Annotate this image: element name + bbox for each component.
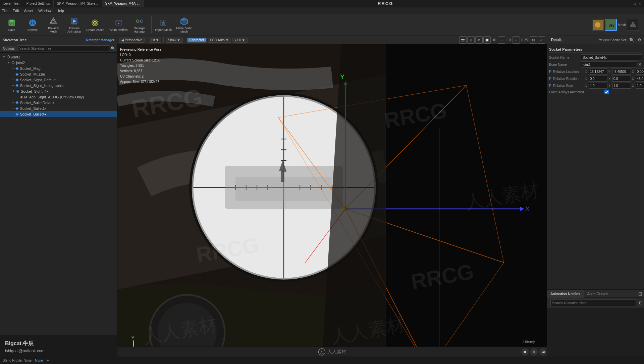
- rel-scale-z-input[interactable]: [636, 83, 644, 89]
- socket-name-input[interactable]: [581, 54, 642, 60]
- rel-scale-x-input[interactable]: [589, 83, 607, 89]
- rel-rot-z-input[interactable]: [636, 76, 644, 82]
- grid-icon[interactable]: ⊞: [467, 36, 475, 44]
- relative-scale-row: P Relative Scale X Y Z: [549, 83, 642, 89]
- tree-item-socket-bullet-1x[interactable]: ─ ◉ Socket_Bullet1x: [0, 105, 117, 111]
- anim-notifies-tab[interactable]: Animation Notifies: [547, 290, 584, 298]
- tree-item-socket-sight-default[interactable]: ─ ◉ Socket_Sight_Default: [0, 77, 117, 83]
- lod-minus[interactable]: ─: [498, 36, 505, 44]
- socket-bullet-4x-label: Socket_Bullet4x: [20, 112, 47, 116]
- details-options-icon[interactable]: ⚙: [638, 38, 641, 42]
- anim-panel-expand[interactable]: ⊡: [637, 291, 644, 297]
- vp-expand[interactable]: ⊡: [530, 36, 537, 44]
- import-mesh-button[interactable]: Import Mesh: [153, 15, 173, 35]
- character-button[interactable]: Character: [187, 38, 207, 43]
- menu-asset[interactable]: Asset: [24, 9, 34, 13]
- lod-auto-label: LOD Auto: [210, 38, 225, 42]
- socket-sight-holo-label: Socket_Sight_Holographic: [20, 84, 64, 88]
- tab-skm-art[interactable]: SKM_Weapon_M4Art...: [102, 0, 144, 7]
- mesh-label: Mesh: [618, 23, 626, 27]
- search-button[interactable]: 🔍: [111, 46, 115, 51]
- rel-loc-z-field: Z: [632, 69, 644, 75]
- pause-button[interactable]: ⏸: [530, 348, 538, 356]
- menu-help[interactable]: Help: [56, 9, 64, 13]
- search-details-icon[interactable]: 🔍: [629, 38, 634, 42]
- tree-item-socket-sight-4x[interactable]: ▼ ◉ Socket_Sight_4x: [0, 88, 117, 94]
- tree-item-joint2[interactable]: ▼ ⬡ joint2: [0, 60, 117, 65]
- lod-chevron: ▼: [225, 38, 229, 42]
- svg-point-25: [136, 20, 139, 22]
- lit-button[interactable]: Lit ▼: [149, 38, 161, 43]
- settings-icon[interactable]: ⚙: [475, 36, 483, 44]
- anim-notifies-button[interactable]: Anim Notifies: [109, 15, 129, 35]
- tab-level-test[interactable]: Level_Test: [0, 0, 23, 7]
- rel-loc-x-input[interactable]: [589, 69, 607, 75]
- camera-icon[interactable]: 📷: [459, 36, 467, 44]
- anim-search-bar: ⊡: [547, 298, 644, 308]
- bone-name-clear-button[interactable]: ✕: [638, 62, 642, 67]
- create-asset-button[interactable]: Create Asset: [85, 15, 105, 35]
- rel-rot-y-input[interactable]: [612, 76, 631, 82]
- menu-file[interactable]: File: [2, 9, 8, 13]
- tree-item-socket-sight-holo[interactable]: ─ ◉ Socket_Sight_Holographic: [0, 83, 117, 88]
- anim-search-icon[interactable]: ⊡: [639, 301, 642, 305]
- close-button[interactable]: ✕: [638, 1, 642, 6]
- rel-rot-x-input[interactable]: [589, 76, 607, 82]
- menu-edit[interactable]: Edit: [13, 9, 19, 13]
- scene-preset-2[interactable]: Sky: [605, 19, 617, 31]
- save-button[interactable]: Save: [2, 15, 22, 35]
- stop-button[interactable]: ⏹: [521, 348, 529, 356]
- tree-item-m-aco[interactable]: ─ ◆ M_Aco_Sight_ACOG [Preview Only]: [0, 94, 117, 100]
- maximize-button[interactable]: □: [632, 1, 637, 6]
- rel-rot-x-field: X: [585, 76, 607, 82]
- create-asset-icon: [90, 18, 100, 28]
- retarget-manager-button[interactable]: Retarget Manager: [129, 15, 150, 35]
- socket-name-row: Socket Name: [549, 54, 642, 60]
- tree-item-socket-bullet-4x[interactable]: ─ ◉ Socket_Bullet4x: [0, 111, 117, 117]
- skeleton-tree: ▼ ⬡ joint1 ▼ ⬡ joint2 ─ ◉ Socket_Mag ─ ◉…: [0, 53, 117, 335]
- preview-animation-button[interactable]: Preview Animation: [64, 15, 84, 35]
- anim-curves-tab[interactable]: Anim Curves: [584, 290, 612, 298]
- fov-icon[interactable]: ○: [513, 36, 520, 44]
- rel-scale-y-input[interactable]: [612, 83, 631, 89]
- make-static-mesh-button[interactable]: Make Static Mesh: [174, 15, 194, 35]
- scene-preset-1[interactable]: [592, 19, 604, 31]
- rel-loc-z-input[interactable]: [636, 69, 644, 75]
- tree-item-joint1[interactable]: ▼ ⬡ joint1: [0, 54, 117, 60]
- menu-window[interactable]: Window: [38, 9, 51, 13]
- rel-loc-y-input[interactable]: [612, 69, 631, 75]
- minimize-button[interactable]: ─: [627, 1, 632, 6]
- bone-name-input[interactable]: [581, 61, 636, 67]
- lit-chevron: ▼: [156, 38, 159, 42]
- blend-chevron-icon[interactable]: ▼: [46, 359, 50, 362]
- anim-content-area: [547, 308, 644, 357]
- tree-item-socket-mag[interactable]: ─ ◉ Socket_Mag: [0, 65, 117, 71]
- snap-icon[interactable]: 🔲: [483, 36, 491, 44]
- rel-scale-z-field: Z: [632, 83, 644, 89]
- viewport[interactable]: Y X X Y Z RRCG RRCG RRCG RRCG 人人素材: [117, 44, 547, 347]
- socket-sight-default-icon: ◉: [15, 78, 19, 82]
- svg-text:Sky: Sky: [608, 23, 615, 27]
- preview-animation-label: Preview Animation: [65, 27, 83, 34]
- skeleton-search-input[interactable]: [17, 45, 109, 51]
- tree-item-socket-bullet-default[interactable]: ─ ◉ Socket_BulletDefault: [0, 100, 117, 105]
- retarget-manager-link[interactable]: Retarget Manager: [86, 38, 114, 42]
- tab-skm-skele[interactable]: SKM_Weapon_M4_Skele...: [54, 0, 102, 7]
- tab-project-settings[interactable]: Project Settings: [23, 0, 54, 7]
- perspective-button[interactable]: ◀ Perspective: [119, 38, 145, 43]
- browse-button[interactable]: Browse: [22, 15, 43, 35]
- playback-bar: 人 人人素材 ⏹ ⏸ ⏭ Udemy: [117, 347, 547, 357]
- x-label: X: [585, 70, 588, 73]
- x1-button[interactable]: x1.0 ▼: [232, 38, 248, 43]
- show-button[interactable]: Show ▼: [166, 38, 183, 43]
- tree-item-socket-muzzle[interactable]: ─ ◉ Socket_Muzzle: [0, 71, 117, 77]
- force-anim-checkbox[interactable]: [604, 90, 609, 94]
- bottom-bar: Blend Profile: None None ▼: [0, 357, 644, 364]
- lod-auto-button[interactable]: LOD Auto ▼: [208, 38, 231, 43]
- play-button[interactable]: ⏭: [539, 348, 547, 356]
- anim-search-input[interactable]: [550, 300, 636, 306]
- preview-mesh-button[interactable]: Preview Mesh: [43, 15, 63, 35]
- options-button[interactable]: Options: [2, 46, 16, 51]
- details-tab[interactable]: Details: [550, 38, 564, 42]
- vp-fullscreen[interactable]: ⤢: [538, 36, 545, 44]
